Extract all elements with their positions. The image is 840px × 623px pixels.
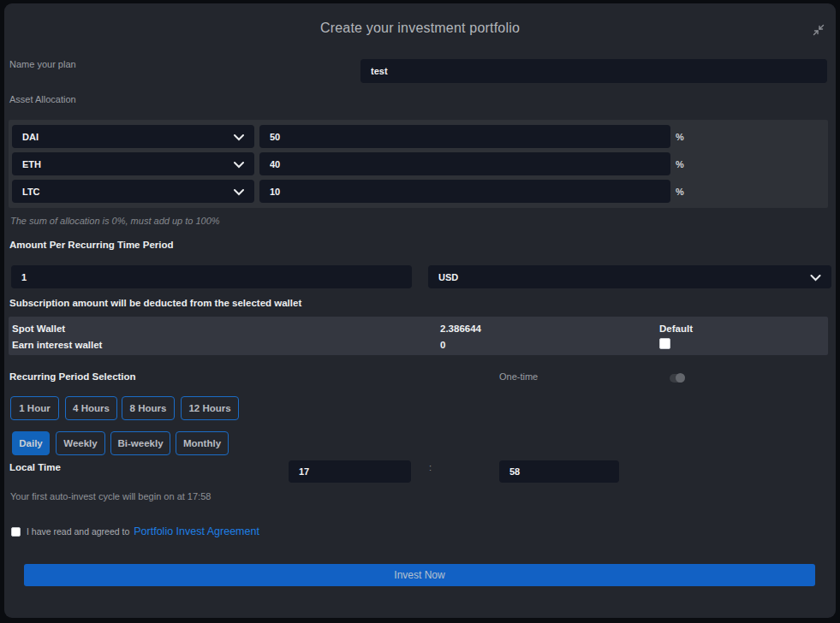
asset-select-ltc[interactable]: LTC [12,180,254,203]
default-wallet-checkbox[interactable] [659,338,670,349]
recurring-period-label: Recurring Period Selection [9,371,136,382]
wallet-name: Spot Wallet [12,323,440,334]
period-button-daily[interactable]: Daily [12,431,50,455]
amount-input[interactable] [11,265,412,288]
currency-select-value: USD [438,272,458,282]
collapse-icon[interactable] [813,24,825,36]
dialog-title: Create your investment portfolio [4,21,836,36]
interval-button-8-hours[interactable]: 8 Hours [122,396,175,420]
wallet-deduct-label: Subscription amount will be deducted fro… [9,298,301,308]
currency-select[interactable]: USD [428,265,831,288]
amount-label: Amount Per Recurring Time Period [9,240,174,250]
local-time-minute-input[interactable] [499,460,619,483]
one-time-toggle[interactable] [670,374,685,383]
local-time-label: Local Time [9,462,61,472]
agreement-checkbox[interactable] [11,527,21,537]
interval-button-12-hours[interactable]: 12 Hours [181,396,239,420]
allocation-percent-input[interactable] [259,180,670,203]
allocation-percent-input[interactable] [259,152,670,175]
interval-button-4-hours[interactable]: 4 Hours [65,396,117,420]
wallet-name: Earn interest wallet [12,340,440,350]
wallet-balance: 2.386644 [440,323,659,334]
wallet-default-header: Default [659,323,828,334]
asset-allocation-label: Asset Allocation [9,94,76,104]
agreement-text: I have read and agreed to [27,526,129,537]
allocation-percent-input[interactable] [259,125,670,148]
chevron-down-icon [234,184,244,199]
wallet-row-earn[interactable]: Earn interest wallet 0 [12,336,828,353]
one-time-label: One-time [499,371,538,382]
invest-now-button[interactable]: Invest Now [24,564,815,586]
allocation-row: DAI % [12,125,825,148]
create-portfolio-dialog: Create your investment portfolio Name yo… [4,3,836,618]
plan-name-label: Name your plan [9,59,76,69]
period-button-monthly[interactable]: Monthly [176,431,229,455]
asset-select-value: DAI [22,132,39,142]
first-cycle-note: Your first auto-invest cycle will begin … [10,491,211,501]
allocation-row: ETH % [12,152,825,175]
wallet-balance: 0 [440,340,659,350]
local-time-hour-input[interactable] [289,460,411,483]
chevron-down-icon [810,270,821,285]
asset-select-eth[interactable]: ETH [12,152,254,175]
asset-select-value: ETH [22,159,41,169]
plan-name-input[interactable] [360,59,827,83]
asset-allocation-panel: DAI % ETH % LTC % [9,120,828,208]
agreement-row: I have read and agreed to Portfolio Inve… [11,525,259,537]
chevron-down-icon [234,157,244,172]
asset-select-value: LTC [22,187,40,197]
interval-button-1-hour[interactable]: 1 Hour [10,396,59,420]
period-button-bi-weekly[interactable]: Bi-weekly [110,431,170,455]
allocation-row: LTC % [12,180,825,203]
chevron-down-icon [234,129,244,145]
wallet-table: Spot Wallet 2.386644 Default Earn intere… [9,317,828,355]
time-separator: : [429,462,432,472]
toggle-knob [676,373,685,383]
percent-unit: % [676,132,684,142]
asset-select-dai[interactable]: DAI [12,125,254,148]
percent-unit: % [676,187,684,197]
wallet-row-spot[interactable]: Spot Wallet 2.386644 Default [12,320,828,336]
period-button-weekly[interactable]: Weekly [56,431,105,455]
agreement-link[interactable]: Portfolio Invest Agreement [134,525,259,537]
percent-unit: % [676,159,684,169]
allocation-sum-note: The sum of allocation is 0%, must add up… [10,216,220,226]
